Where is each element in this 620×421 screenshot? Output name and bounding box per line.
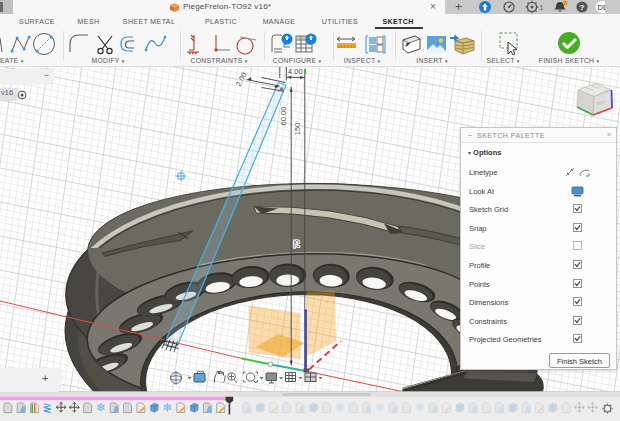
svg-text:4.00: 4.00	[288, 67, 303, 76]
svg-text:75: 75	[292, 240, 301, 248]
svg-text:1: 1	[540, 4, 544, 11]
svg-text:?: ?	[580, 3, 585, 12]
svg-text:150: 150	[293, 123, 302, 136]
svg-text:60.00: 60.00	[279, 107, 288, 126]
svg-text:DD: DD	[598, 3, 605, 12]
